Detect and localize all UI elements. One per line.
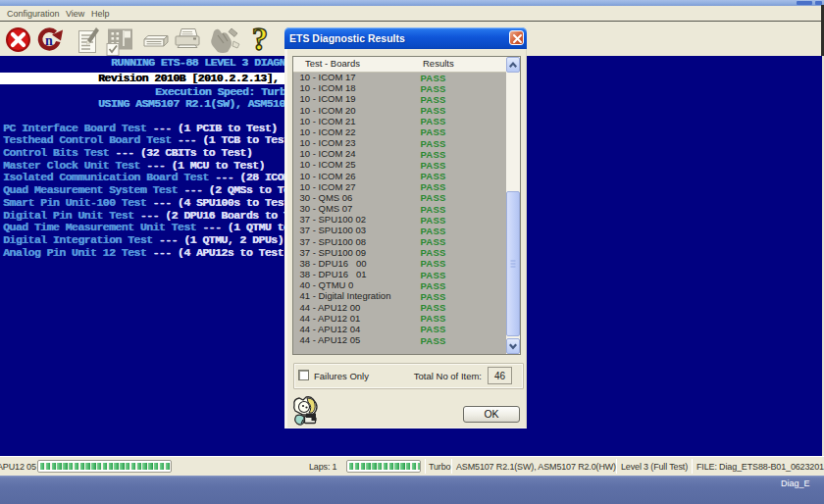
svg-text:?: ? [252, 22, 269, 56]
svg-text:n: n [45, 33, 53, 48]
